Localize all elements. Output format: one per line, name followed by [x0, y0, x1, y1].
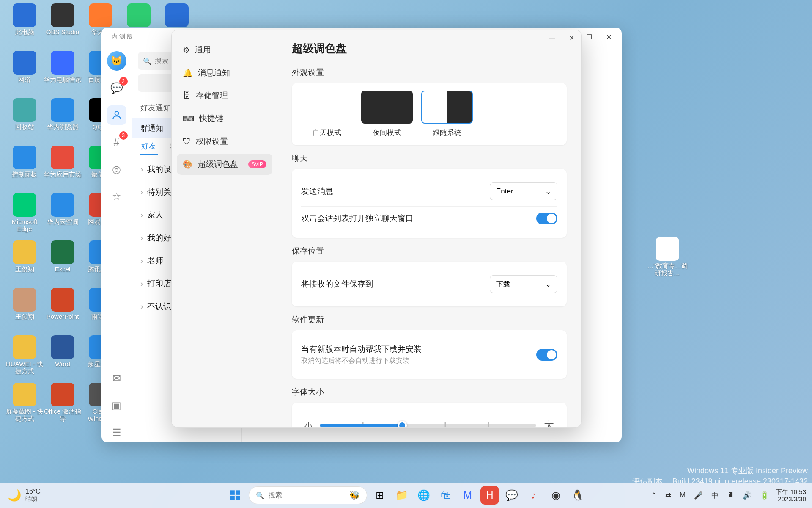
tray-network-icon[interactable]: 🖥: [725, 490, 736, 500]
settings-nav-kbd[interactable]: ⌨快捷键: [177, 108, 272, 129]
auto-update-sub: 取消勾选后将不会自动进行下载安装: [301, 356, 422, 365]
desktop-icon[interactable]: 华为云空间: [42, 193, 83, 226]
settings-nav-shield[interactable]: 🛡权限设置: [177, 131, 272, 152]
edge-icon[interactable]: 🌐: [414, 486, 433, 505]
desktop-icon[interactable]: Excel: [42, 240, 83, 273]
user-avatar[interactable]: 🐱: [107, 51, 126, 71]
desktop-icon[interactable]: HUAWEI - 快捷方式: [4, 335, 45, 375]
tray-sync-icon[interactable]: ⇄: [664, 490, 673, 501]
explorer-icon[interactable]: 📁: [392, 486, 411, 505]
auto-update-toggle[interactable]: [536, 349, 557, 361]
theme-label: 跟随系统: [433, 128, 461, 138]
app-icon-3[interactable]: ♪: [524, 486, 543, 505]
chat-badge: 2: [119, 77, 128, 86]
maximize-button[interactable]: ☐: [579, 29, 599, 44]
rail-mail[interactable]: ✉: [107, 369, 126, 388]
desktop-icon[interactable]: 此电脑: [4, 3, 45, 36]
dblclick-toggle[interactable]: [536, 213, 557, 224]
app-icon: [51, 146, 74, 169]
app-icon: [51, 335, 74, 359]
start-button[interactable]: [225, 485, 245, 505]
desktop-icon[interactable]: …"教育专…调研报告…: [647, 237, 688, 276]
desktop-icon[interactable]: 华为浏览器: [42, 98, 83, 131]
desktop-icon[interactable]: 屏幕截图 - 快捷方式: [4, 383, 45, 422]
settings-nav-sliders[interactable]: ⚙通用: [177, 39, 272, 61]
settings-nav-bell[interactable]: 🔔消息通知: [177, 62, 272, 83]
desktop-icon[interactable]: 华为应用市场: [42, 146, 83, 178]
app-icon: [51, 3, 74, 27]
desktop-icon[interactable]: 回收站: [4, 98, 45, 131]
tray-chevron-icon[interactable]: ⌃: [649, 490, 658, 501]
desktop-icon[interactable]: Word: [42, 335, 83, 368]
desktop-icon[interactable]: 王俊翔: [4, 288, 45, 320]
obs-icon[interactable]: ◉: [546, 486, 565, 505]
app-icon: [13, 51, 36, 75]
wechat-icon[interactable]: 💬: [502, 486, 521, 505]
desktop-icon[interactable]: Microsoft Edge: [4, 193, 45, 232]
desktop-icon[interactable]: PowerPoint: [42, 288, 83, 320]
theme-label: 白天模式: [313, 128, 341, 138]
settings-minimize-button[interactable]: ―: [542, 30, 562, 45]
settings-nav-db[interactable]: 🗄存储管理: [177, 85, 272, 106]
rail-contacts[interactable]: [107, 105, 126, 125]
appearance-section-label: 外观设置: [292, 67, 567, 78]
search-accent-icon: 🐝: [349, 490, 360, 500]
theme-option-light[interactable]: 白天模式: [301, 91, 353, 138]
rail-star[interactable]: ☆: [107, 187, 126, 206]
settings-main: ― ✕ 超级调色盘 外观设置 白天模式夜间模式跟随系统 聊天 发送消息 Ente…: [277, 30, 581, 427]
app-icon: [13, 288, 36, 312]
settings-nav-palette[interactable]: 🎨超级调色盘SVIP: [177, 154, 272, 175]
nav-label: 权限设置: [196, 136, 228, 147]
font-size-slider[interactable]: [320, 424, 536, 427]
theme-option-follow[interactable]: 跟随系统: [421, 91, 473, 138]
rail-hash[interactable]: #3: [107, 133, 126, 152]
settings-close-button[interactable]: ✕: [562, 30, 581, 45]
nav-label: 消息通知: [198, 67, 230, 78]
shield-icon: 🛡: [183, 137, 191, 146]
tray-volume-icon[interactable]: 🔊: [741, 490, 753, 501]
desktop-icon[interactable]: 网络: [4, 51, 45, 83]
desktop-icon[interactable]: 华为电脑管家: [42, 51, 83, 83]
rail-chat[interactable]: 💬2: [107, 78, 126, 98]
send-message-label: 发送消息: [301, 186, 333, 197]
taskbar-clock[interactable]: 下午 10:53 2023/3/30: [776, 488, 806, 503]
rail-menu[interactable]: ☰: [107, 423, 126, 442]
app-icon: [13, 3, 36, 27]
desktop-icon[interactable]: [118, 3, 159, 29]
icon-label: OBS Studio: [46, 29, 79, 36]
qq-icon[interactable]: 🐧: [568, 486, 587, 505]
send-key-select[interactable]: Enter ⌄: [490, 182, 557, 200]
desktop-icon[interactable]: 控制面板: [4, 146, 45, 178]
desktop-icon[interactable]: OBS Studio: [42, 3, 83, 36]
taskbar-search[interactable]: 🔍 搜索 🐝: [249, 486, 367, 504]
icon-label: 网络: [18, 76, 31, 83]
desktop-icon[interactable]: [156, 3, 197, 29]
rail-bookmark[interactable]: ▣: [107, 396, 126, 415]
task-view-button[interactable]: ⊞: [370, 486, 389, 505]
desktop-icon[interactable]: Office 激活指导: [42, 383, 83, 422]
app-icon-1[interactable]: M: [458, 486, 477, 505]
app-icon: [89, 3, 112, 27]
tab-friend[interactable]: 好友: [140, 138, 158, 155]
desktop-icon[interactable]: 王俊翔: [4, 240, 45, 273]
tray-mic-icon[interactable]: 🎤: [692, 490, 705, 501]
icon-label: …"教育专…调研报告…: [647, 262, 688, 276]
tray-battery-icon[interactable]: 🔋: [758, 490, 771, 501]
chat-section-label: 聊天: [292, 153, 567, 164]
chevron-down-icon: ⌄: [545, 187, 551, 196]
rail-browser[interactable]: ◎: [107, 160, 126, 179]
weather-widget[interactable]: 🌙 16°C 晴朗: [0, 488, 48, 503]
store-icon[interactable]: 🛍: [436, 486, 455, 505]
icon-label: Excel: [55, 266, 71, 273]
save-location-select[interactable]: 下载 ⌄: [490, 275, 557, 293]
tray-ime[interactable]: 中: [710, 490, 720, 501]
svip-badge: SVIP: [248, 160, 266, 168]
icon-label: Microsoft Edge: [4, 218, 45, 232]
tray-app-icon[interactable]: M: [678, 490, 687, 500]
close-button[interactable]: ✕: [599, 29, 618, 44]
theme-option-dark[interactable]: 夜间模式: [361, 91, 413, 138]
system-tray: ⌃ ⇄ M 🎤 中 🖥 🔊 🔋 下午 10:53 2023/3/30: [643, 488, 812, 503]
icon-label: 华为应用市场: [44, 171, 82, 178]
app-icon-2[interactable]: H: [480, 486, 499, 505]
kbd-icon: ⌨: [183, 114, 194, 124]
